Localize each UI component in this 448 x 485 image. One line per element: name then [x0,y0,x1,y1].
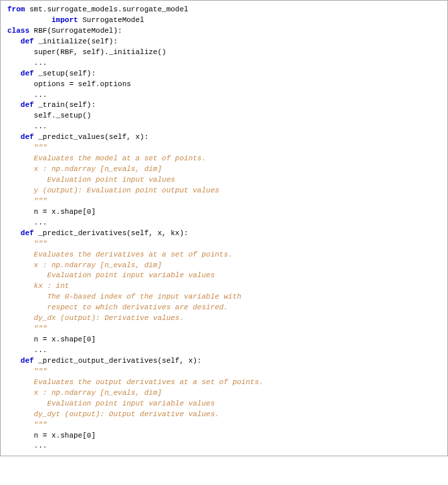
code-text: RBF(SurrogateModel): [29,27,122,35]
code-line: ... [7,90,441,101]
keyword-def: def [21,133,34,141]
code-line: def _predict_values(self, x): [7,132,441,143]
docstring-line: Evaluates the model at a set of points. [7,154,441,164]
code-indent [7,133,21,141]
code-line: import SurrogateModel [7,15,441,26]
docstring-line: x : np.ndarray [n_evals, dim] [7,388,441,399]
docstring-line: respect to which derivatives are desired… [7,303,441,313]
code-line: def _predict_output_derivatives(self, x)… [7,356,441,367]
code-text: SurrogateModel [78,16,144,24]
docstring-line: Evaluation point input variable values [7,399,441,410]
code-indent [7,357,21,365]
code-line: n = x.shape[0] [7,207,441,218]
code-line: self._setup() [7,111,441,122]
code-text: smt.surrogate_models.surrogate_model [25,5,188,13]
code-line: ... [7,218,441,228]
docstring-line: x : np.ndarray [n_evals, dim] [7,164,441,175]
docstring-line: x : np.ndarray [n_evals, dim] [7,261,441,271]
code-line: from smt.surrogate_models.surrogate_mode… [7,5,441,15]
code-line: ... [7,58,441,69]
docstring-line: """ [7,324,441,335]
docstring-line: y (output): Evaluation point output valu… [7,186,441,196]
keyword-class: class [7,27,29,35]
docstring-line: The 0-based index of the input variable … [7,292,441,303]
docstring-line: kx : int [7,281,441,292]
code-line: n = x.shape[0] [7,335,441,345]
code-indent [7,37,21,45]
code-text: _predict_output_derivatives(self, x): [34,357,202,365]
docstring-line: Evaluation point input values [7,175,441,186]
keyword-def: def [21,357,34,365]
docstring-line: dy_dx (output): Derivative values. [7,313,441,324]
code-line: ... [7,345,441,356]
code-indent [7,69,21,77]
code-line: def _setup(self): [7,69,441,79]
code-panel: from smt.surrogate_models.surrogate_mode… [0,0,448,456]
code-indent [7,229,21,237]
code-line: options = self.options [7,79,441,90]
docstring-line: """ [7,143,441,154]
docstring-line: """ [7,420,441,431]
code-line: ... [7,122,441,132]
code-text: _train(self): [34,101,96,109]
keyword-def: def [21,37,34,45]
code-text: _initialize(self): [34,37,118,45]
docstring-line: Evaluates the derivatives at a set of po… [7,250,441,261]
docstring-line: Evaluates the output derivatives at a se… [7,377,441,388]
keyword-def: def [21,229,34,237]
keyword-from: from [7,5,25,13]
docstring-line: """ [7,367,441,377]
code-line: def _train(self): [7,100,441,111]
code-text: _predict_derivatives(self, x, kx): [34,229,189,237]
code-line: def _predict_derivatives(self, x, kx): [7,228,441,239]
code-line: super(RBF, self)._initialize() [7,47,441,58]
keyword-import: import [51,16,78,24]
docstring-line: """ [7,239,441,250]
docstring-line: dy_dyt (output): Output derivative value… [7,410,441,420]
code-line: class RBF(SurrogateModel): [7,26,441,37]
code-text: _setup(self): [34,69,96,77]
docstring-line: Evaluation point input variable values [7,271,441,281]
code-indent [7,16,51,24]
code-text: _predict_values(self, x): [34,133,149,141]
code-indent [7,101,21,109]
keyword-def: def [21,101,34,109]
docstring-line: """ [7,196,441,207]
code-line: def _initialize(self): [7,37,441,47]
keyword-def: def [21,69,34,77]
code-line: ... [7,441,441,452]
code-line: n = x.shape[0] [7,431,441,442]
